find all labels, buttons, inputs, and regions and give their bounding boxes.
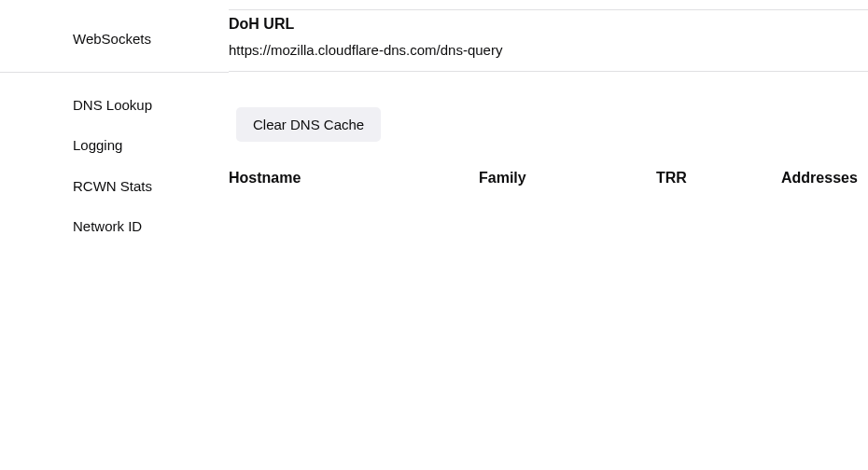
sidebar-item-websockets[interactable]: WebSockets: [0, 19, 229, 60]
doh-url-title: DoH URL: [229, 16, 868, 33]
clear-dns-wrap: Clear DNS Cache: [229, 72, 868, 170]
sidebar-item-network-id[interactable]: Network ID: [0, 206, 229, 247]
dns-table: Hostname Family TRR Addresses: [229, 170, 868, 187]
th-hostname: Hostname: [229, 170, 479, 187]
th-family: Family: [479, 170, 656, 187]
clear-dns-cache-button[interactable]: Clear DNS Cache: [236, 107, 381, 142]
app-container: WebSockets DNS Lookup Logging RCWN Stats…: [0, 0, 868, 470]
th-trr: TRR: [656, 170, 781, 187]
sidebar-item-logging[interactable]: Logging: [0, 125, 229, 166]
sidebar-divider: [0, 72, 229, 73]
sidebar: WebSockets DNS Lookup Logging RCWN Stats…: [0, 0, 229, 470]
doh-section: DoH URL https://mozilla.cloudflare-dns.c…: [229, 10, 868, 72]
sidebar-item-dns-lookup[interactable]: DNS Lookup: [0, 85, 229, 126]
main-content: DoH URL https://mozilla.cloudflare-dns.c…: [229, 0, 868, 470]
doh-url-value: https://mozilla.cloudflare-dns.com/dns-q…: [229, 42, 868, 58]
sidebar-item-rcwn-stats[interactable]: RCWN Stats: [0, 166, 229, 207]
th-addresses: Addresses: [781, 170, 868, 187]
dns-table-header: Hostname Family TRR Addresses: [229, 170, 868, 187]
